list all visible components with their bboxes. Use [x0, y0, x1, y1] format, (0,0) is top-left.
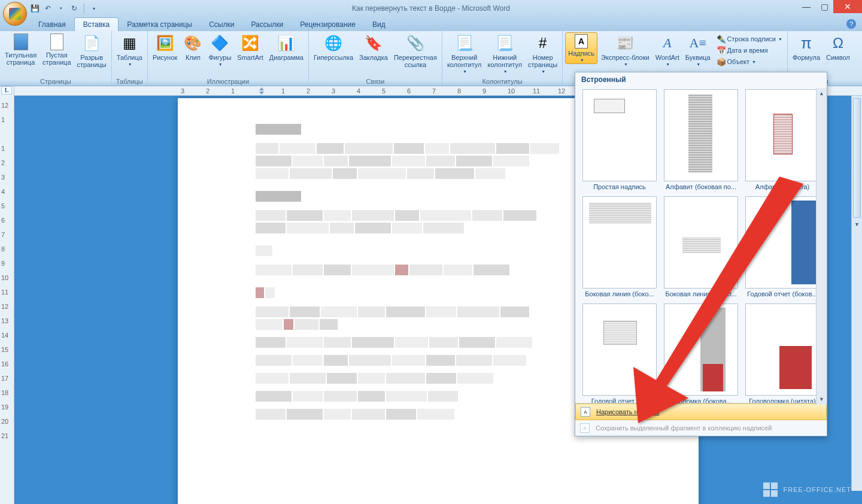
- tab-insert[interactable]: Вставка: [74, 17, 119, 31]
- quick-access-toolbar: 💾 ↶ ▾ ↻ ▾: [30, 4, 99, 13]
- dropcap-icon: A≡: [688, 34, 708, 53]
- hyperlink-icon: 🌐: [324, 34, 343, 53]
- bookmark-button[interactable]: 🔖Закладка: [357, 32, 390, 62]
- chart-button[interactable]: 📊Диаграмма: [267, 32, 306, 62]
- vertical-scrollbar[interactable]: ▲ ▼: [851, 86, 862, 491]
- ribbon-tabs: Главная Вставка Разметка страницы Ссылки…: [0, 17, 862, 31]
- table-button[interactable]: ▦Таблица▼: [114, 32, 145, 68]
- tab-home[interactable]: Главная: [30, 18, 74, 31]
- clip-button[interactable]: 🎨Клип: [181, 32, 205, 62]
- group-pages: Титульная страница Пустая страница 📄Разр…: [0, 31, 112, 86]
- office-button[interactable]: [3, 2, 27, 26]
- bookmark-icon: 🔖: [364, 34, 383, 53]
- clip-icon: 🎨: [183, 34, 202, 53]
- wordart-icon: A: [658, 34, 677, 53]
- qat-more-icon[interactable]: ▾: [89, 4, 99, 13]
- smartart-icon: 🔀: [241, 34, 260, 53]
- header-icon: 📃: [455, 34, 474, 53]
- symbol-icon: Ω: [828, 34, 848, 53]
- watermark: FREE-OFFICE.NET: [763, 482, 851, 497]
- scroll-thumb[interactable]: [853, 98, 861, 218]
- shapes-button[interactable]: 🔷Фигуры▼: [206, 32, 233, 68]
- tab-review[interactable]: Рецензирование: [292, 18, 364, 31]
- gallery-scrollbar[interactable]: ▲ ▼: [816, 88, 827, 405]
- cross-ref-button[interactable]: 📎Перекрестная ссылка: [391, 32, 439, 69]
- group-label: Страницы: [2, 77, 109, 86]
- equation-icon: π: [797, 34, 816, 53]
- cross-ref-icon: 📎: [406, 34, 425, 53]
- picture-button[interactable]: 🖼️Рисунок: [150, 32, 180, 62]
- maximize-button[interactable]: ▢: [815, 0, 833, 13]
- gallery-heading: Встроенный: [575, 72, 827, 87]
- quick-parts-icon: 📰: [615, 34, 635, 53]
- group-illustrations: 🖼️Рисунок 🎨Клип 🔷Фигуры▼ 🔀SmartArt 📊Диаг…: [148, 31, 309, 86]
- page-break-icon: 📄: [82, 34, 101, 53]
- signature-icon: ✒️: [717, 34, 726, 44]
- arrow-annotation: [624, 177, 815, 428]
- scroll-down-icon[interactable]: ▼: [852, 219, 862, 230]
- minimize-button[interactable]: —: [797, 0, 815, 13]
- scroll-down-icon[interactable]: ▼: [817, 394, 827, 405]
- textbox-button[interactable]: AНадпись▼: [565, 32, 597, 64]
- blank-page-icon: [50, 34, 63, 50]
- redo-icon[interactable]: ↻: [69, 4, 79, 13]
- tab-page-layout[interactable]: Разметка страницы: [119, 18, 201, 31]
- save-icon[interactable]: 💾: [30, 4, 40, 13]
- group-label: Связи: [311, 77, 439, 86]
- footer-button[interactable]: 📃Нижний колонтитул▼: [485, 32, 524, 75]
- close-button[interactable]: ✕: [833, 0, 862, 13]
- page-number-icon: #: [533, 34, 553, 53]
- blank-page-button[interactable]: Пустая страница: [40, 32, 73, 67]
- group-links: 🌐Гиперссылка 🔖Закладка 📎Перекрестная ссы…: [309, 31, 442, 86]
- page-number-button[interactable]: #Номер страницы▼: [526, 32, 560, 75]
- group-label: Таблицы: [114, 77, 145, 86]
- wordart-button[interactable]: AWordArt▼: [653, 32, 682, 68]
- title-bar: 💾 ↶ ▾ ↻ ▾ Как перевернуть текст в Ворде …: [0, 0, 862, 17]
- textbox-icon: A: [575, 34, 588, 48]
- table-icon: ▦: [120, 34, 139, 53]
- header-button[interactable]: 📃Верхний колонтитул▼: [445, 32, 484, 75]
- cover-page-icon: [14, 34, 28, 50]
- quick-parts-button[interactable]: 📰Экспресс-блоки▼: [599, 32, 652, 68]
- help-icon[interactable]: ?: [846, 19, 856, 29]
- vertical-ruler: 12 1 1 2 3 4 5 6 7 8 9 10 11 12 13 14 15…: [0, 86, 14, 504]
- date-icon: 📅: [717, 45, 726, 55]
- group-label: Иллюстрации: [150, 77, 306, 86]
- object-icon: 📦: [717, 57, 726, 66]
- smartart-button[interactable]: 🔀SmartArt: [235, 32, 265, 62]
- cover-page-button[interactable]: Титульная страница: [2, 32, 39, 67]
- page-break-button[interactable]: 📄Разрыв страницы: [75, 32, 109, 69]
- undo-icon[interactable]: ↶: [43, 4, 53, 13]
- signature-line-button[interactable]: ✒️Строка подписи▼: [714, 34, 785, 44]
- picture-icon: 🖼️: [156, 34, 175, 53]
- window-title: Как перевернуть текст в Ворде - Microsof…: [352, 4, 510, 13]
- dropcap-button[interactable]: A≡Буквица▼: [683, 32, 713, 68]
- tab-stop-selector[interactable]: L: [1, 86, 12, 95]
- tab-mailings[interactable]: Рассылки: [242, 18, 292, 31]
- hyperlink-button[interactable]: 🌐Гиперссылка: [311, 32, 356, 62]
- textbox-small-icon: A: [581, 407, 590, 417]
- group-header-footer: 📃Верхний колонтитул▼ 📃Нижний колонтитул▼…: [442, 31, 563, 86]
- tab-view[interactable]: Вид: [364, 18, 394, 31]
- tab-references[interactable]: Ссылки: [201, 18, 242, 31]
- indent-marker[interactable]: [257, 87, 266, 95]
- save-gallery-icon: A: [580, 423, 590, 433]
- date-time-button[interactable]: 📅Дата и время: [714, 45, 785, 56]
- shapes-icon: 🔷: [210, 34, 229, 53]
- chart-icon: 📊: [277, 34, 296, 53]
- footer-icon: 📃: [495, 34, 514, 53]
- object-button[interactable]: 📦Объект▼: [714, 56, 785, 67]
- equation-button[interactable]: πФормула: [790, 32, 822, 62]
- symbol-button[interactable]: ΩСимвол: [824, 32, 852, 62]
- windows-logo-icon: [763, 482, 778, 497]
- group-label: Колонтитулы: [445, 77, 560, 86]
- scroll-up-icon[interactable]: ▲: [817, 88, 827, 99]
- chevron-down-icon[interactable]: ▾: [56, 4, 66, 13]
- svg-marker-0: [633, 177, 803, 423]
- group-tables: ▦Таблица▼ Таблицы: [112, 31, 148, 86]
